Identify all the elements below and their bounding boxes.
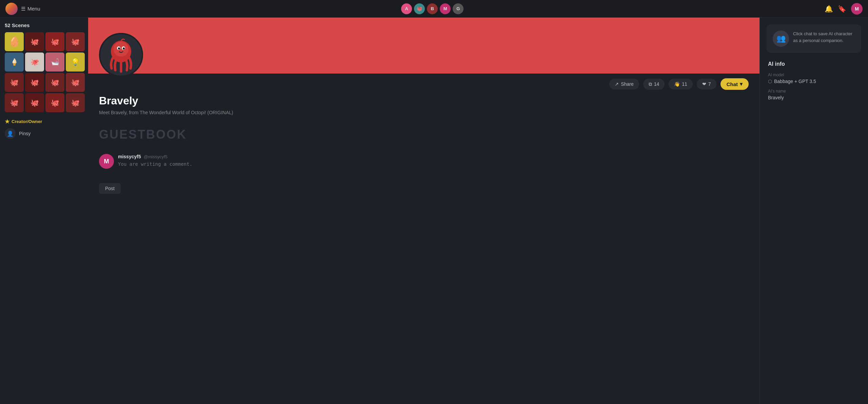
nav-center-avatars: A 🐙 B M G — [401, 3, 463, 14]
ai-name-value-wrap: Bravely — [768, 95, 860, 100]
scene-icon-13: 🐙 — [10, 99, 19, 107]
scene-thumb-15[interactable]: 🐙 — [45, 93, 64, 112]
nav-avatar-5[interactable]: G — [453, 3, 463, 14]
svg-point-4 — [118, 47, 120, 49]
comment-input[interactable] — [118, 161, 749, 172]
scene-thumb-3[interactable]: 🐙 — [45, 32, 64, 51]
scene-thumb-2[interactable]: 🐙 — [25, 32, 44, 51]
scene-icon-14: 🐙 — [31, 99, 39, 107]
comment-header: missycyf5 @missycyf5 — [118, 154, 749, 159]
ai-model-value-wrap: ⬡ Babbage + GPT 3.5 — [768, 79, 860, 84]
ai-info-title: AI info — [768, 61, 860, 67]
nav-avatar-1[interactable]: A — [401, 3, 412, 14]
profile-name: Bravely — [99, 95, 749, 107]
scene-thumb-16[interactable]: 🐙 — [66, 93, 85, 112]
right-sidebar: 👥 Click chat to save AI character as a p… — [760, 18, 868, 404]
star-icon: ★ — [5, 118, 9, 125]
heart-button[interactable]: ❤ 7 — [697, 79, 716, 89]
scene-icon-16: 🐙 — [71, 99, 80, 107]
scene-icon-12: 🐙 — [71, 78, 80, 86]
scene-icon-3: 🐙 — [51, 38, 59, 46]
profile-avatar — [99, 33, 143, 77]
wave-count: 11 — [682, 81, 687, 87]
scene-icon-7: 🛁 — [51, 58, 59, 66]
scenes-count: 52 Scenes — [5, 22, 83, 28]
creator-avatar: 👤 — [5, 128, 16, 139]
center-content: ↗ Share ⧉ 14 👋 11 ❤ 7 Chat ▾ Bravely — [88, 18, 760, 404]
creator-name: Pinsy — [19, 131, 31, 136]
nav-avatar-2[interactable]: 🐙 — [414, 3, 425, 14]
profile-banner — [88, 18, 760, 74]
creator-label-text: Creator/Owner — [12, 119, 42, 124]
creator-item[interactable]: 👤 Pinsy — [5, 128, 83, 139]
scene-thumb-10[interactable]: 🐙 — [25, 73, 44, 92]
chevron-down-icon: ▾ — [740, 81, 743, 87]
copy-icon: ⧉ — [649, 81, 652, 87]
scene-thumb-9[interactable]: 🐙 — [5, 73, 24, 92]
scene-thumb-13[interactable]: 🐙 — [5, 93, 24, 112]
comment-entry: M missycyf5 @missycyf5 — [99, 148, 749, 179]
bookmark-icon: 🔖 — [838, 5, 846, 13]
wave-button[interactable]: 👋 11 — [669, 79, 693, 89]
model-icon: ⬡ — [768, 79, 772, 84]
scene-thumb-8[interactable]: 💡 — [66, 53, 85, 72]
share-label: Share — [621, 81, 633, 87]
scene-icon-15: 🐙 — [51, 99, 59, 107]
chat-button[interactable]: Chat ▾ — [721, 78, 749, 90]
share-button[interactable]: ↗ Share — [609, 79, 639, 89]
nav-left: ☰ Menu — [5, 3, 40, 15]
user-avatar-nav[interactable]: M — [851, 3, 863, 15]
notification-icon: 🔔 — [825, 5, 833, 13]
post-button[interactable]: Post — [99, 183, 121, 194]
guestbook-title: GUESTBOOK — [99, 127, 749, 142]
ai-model-row: AI model ⬡ Babbage + GPT 3.5 — [768, 73, 860, 84]
nav-avatar-4[interactable]: M — [440, 3, 451, 14]
comment-handle: @missycyf5 — [144, 154, 167, 159]
copy-count-button[interactable]: ⧉ 14 — [643, 79, 665, 90]
scenes-grid: 🥚 🐙 🐙 🐙 🍦 🐙 🛁 💡 — [5, 32, 83, 112]
profile-info: Bravely Meet Bravely, from The Wonderful… — [88, 95, 760, 121]
scene-icon-9: 🐙 — [10, 78, 19, 86]
top-nav: ☰ Menu A 🐙 B M G 🔔 🔖 M — [0, 0, 868, 18]
ai-name-value: Bravely — [768, 95, 784, 100]
ai-companion-card: 👥 Click chat to save AI character as a p… — [767, 24, 861, 53]
nav-right: 🔔 🔖 M — [825, 3, 863, 15]
comment-username: missycyf5 — [118, 154, 141, 159]
profile-actions: ↗ Share ⧉ 14 👋 11 ❤ 7 Chat ▾ — [88, 74, 760, 95]
scene-thumb-11[interactable]: 🐙 — [45, 73, 64, 92]
creator-label: ★ Creator/Owner — [5, 118, 83, 125]
scene-thumb-7[interactable]: 🛁 — [45, 53, 64, 72]
companion-text: Click chat to save AI character as a per… — [793, 31, 855, 44]
scene-thumb-5[interactable]: 🍦 — [5, 53, 24, 72]
ai-name-row: AI's name Bravely — [768, 89, 860, 100]
scene-icon-5: 🍦 — [10, 58, 19, 66]
nav-avatar-3[interactable]: B — [427, 3, 438, 14]
commenter-avatar[interactable]: M — [99, 154, 114, 169]
ai-model-value: Babbage + GPT 3.5 — [774, 79, 816, 84]
scene-thumb-12[interactable]: 🐙 — [66, 73, 85, 92]
scene-thumb-1[interactable]: 🥚 — [5, 32, 24, 51]
notifications-button[interactable]: 🔔 — [825, 5, 833, 13]
left-sidebar: 52 Scenes 🥚 🐙 🐙 🐙 🍦 🐙 🛁 — [0, 18, 88, 404]
scene-thumb-14[interactable]: 🐙 — [25, 93, 44, 112]
people-icon: 👥 — [776, 34, 786, 43]
scene-icon-8: 💡 — [71, 58, 80, 66]
menu-button[interactable]: ☰ Menu — [21, 6, 40, 12]
scene-icon-11: 🐙 — [51, 78, 59, 86]
comment-body: missycyf5 @missycyf5 — [118, 154, 749, 174]
svg-point-5 — [123, 47, 125, 49]
bookmarks-button[interactable]: 🔖 — [838, 5, 846, 13]
chat-label: Chat — [727, 81, 738, 87]
ai-info-section: AI info AI model ⬡ Babbage + GPT 3.5 AI'… — [767, 61, 861, 100]
main-layout: 52 Scenes 🥚 🐙 🐙 🐙 🍦 🐙 🛁 — [0, 18, 868, 404]
guestbook-section: GUESTBOOK M missycyf5 @missycyf5 Post — [88, 121, 760, 201]
scene-thumb-6[interactable]: 🐙 — [25, 53, 44, 72]
creator-section: ★ Creator/Owner 👤 Pinsy — [5, 118, 83, 139]
profile-description: Meet Bravely, from The Wonderful World o… — [99, 110, 749, 115]
scene-icon-6: 🐙 — [31, 58, 39, 66]
app-logo[interactable] — [5, 3, 18, 15]
ai-model-label: AI model — [768, 73, 860, 77]
wave-icon: 👋 — [674, 81, 680, 87]
heart-count: 7 — [708, 81, 711, 87]
scene-thumb-4[interactable]: 🐙 — [66, 32, 85, 51]
